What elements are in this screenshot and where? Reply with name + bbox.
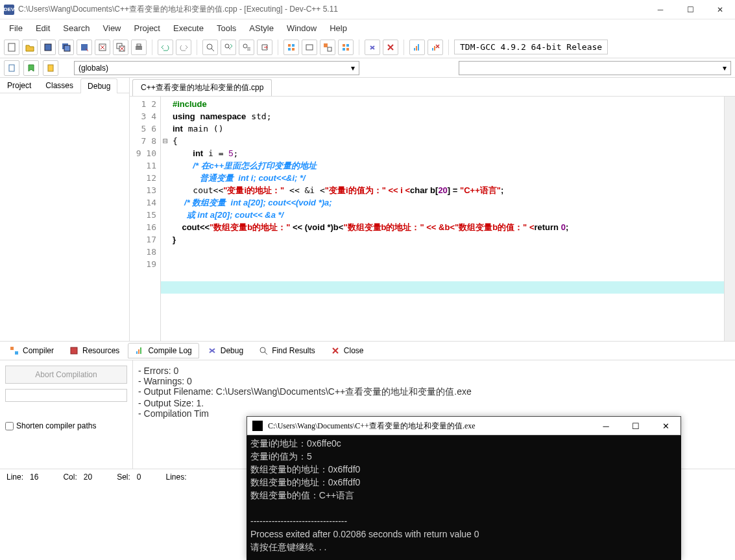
svg-rect-29 <box>9 65 14 71</box>
sidebar: Project Classes Debug <box>0 78 130 341</box>
menu-tools[interactable]: Tools <box>211 21 241 35</box>
svg-rect-16 <box>292 48 295 51</box>
svg-rect-9 <box>137 44 141 46</box>
svg-rect-18 <box>324 43 328 47</box>
new-file-icon[interactable] <box>4 40 19 55</box>
scope-dropdown[interactable]: ▾ <box>459 61 731 75</box>
stop-debug-icon[interactable] <box>383 40 398 55</box>
menubar: File Edit Search View Project Execute To… <box>0 19 735 36</box>
maximize-button[interactable]: ☐ <box>675 0 705 19</box>
menu-project[interactable]: Project <box>129 21 165 35</box>
btab-compiler[interactable]: Compiler <box>3 343 61 358</box>
close-button[interactable]: ✕ <box>705 0 735 19</box>
app-icon: DEV <box>4 5 14 15</box>
menu-execute[interactable]: Execute <box>168 21 209 35</box>
svg-rect-20 <box>343 44 345 47</box>
menu-window[interactable]: Window <box>282 21 322 35</box>
save-as-icon[interactable] <box>77 40 92 55</box>
menu-file[interactable]: File <box>4 21 28 35</box>
console-minimize-button[interactable]: ─ <box>591 416 621 436</box>
undo-icon[interactable] <box>158 40 173 55</box>
toggle-bookmark-icon[interactable] <box>43 60 58 76</box>
svg-rect-8 <box>136 46 142 50</box>
shorten-paths-checkbox[interactable]: Shorten compiler paths <box>5 421 127 430</box>
svg-rect-3 <box>64 45 70 51</box>
btab-close[interactable]: Close <box>324 343 371 358</box>
bookmark-icon[interactable] <box>4 60 19 76</box>
replace-icon[interactable] <box>221 40 236 55</box>
svg-rect-23 <box>346 48 349 51</box>
menu-search[interactable]: Search <box>58 21 95 35</box>
profile-icon[interactable] <box>409 40 425 55</box>
svg-rect-0 <box>8 43 15 51</box>
progress-bar <box>5 389 127 402</box>
console-maximize-button[interactable]: ☐ <box>621 416 651 436</box>
svg-rect-13 <box>288 44 291 47</box>
svg-rect-24 <box>414 48 415 51</box>
compile-icon[interactable] <box>283 40 299 55</box>
svg-point-10 <box>207 44 212 49</box>
redo-icon[interactable] <box>176 40 191 55</box>
menu-help[interactable]: Help <box>324 21 352 35</box>
minimize-button[interactable]: ─ <box>645 0 675 19</box>
globals-dropdown[interactable]: (globals)▾ <box>74 61 359 75</box>
compiler-profile[interactable]: TDM-GCC 4.9.2 64-bit Release <box>454 40 608 54</box>
find-next-icon[interactable] <box>239 40 254 55</box>
goto-icon[interactable] <box>257 40 272 55</box>
svg-rect-26 <box>418 44 419 51</box>
close-all-icon[interactable] <box>113 40 128 55</box>
tab-project[interactable]: Project <box>0 78 38 93</box>
find-icon[interactable] <box>202 40 218 55</box>
rebuild-icon[interactable] <box>338 40 354 55</box>
menu-edit[interactable]: Edit <box>30 21 55 35</box>
compile-run-icon[interactable] <box>320 40 335 55</box>
svg-rect-32 <box>15 351 18 355</box>
svg-rect-27 <box>432 48 433 51</box>
svg-rect-21 <box>346 44 349 47</box>
btab-resources[interactable]: Resources <box>62 343 127 358</box>
toolbar: TDM-GCC 4.9.2 64-bit Release <box>0 36 735 58</box>
svg-rect-1 <box>45 44 51 51</box>
save-all-icon[interactable] <box>58 40 74 55</box>
menu-view[interactable]: View <box>98 21 127 35</box>
run-icon[interactable] <box>302 40 317 55</box>
titlebar: DEV C:\Users\Wang\Documents\C++查看变量的地址和变… <box>0 0 735 19</box>
window-title: C:\Users\Wang\Documents\C++查看变量的地址和变量的值.… <box>18 4 645 15</box>
console-title-text: C:\Users\Wang\Documents\C++查看变量的地址和变量的值.… <box>268 421 591 432</box>
toolbar2: (globals)▾ ▾ <box>0 58 735 78</box>
save-icon[interactable] <box>40 40 56 55</box>
open-icon[interactable] <box>22 40 38 55</box>
delete-profile-icon[interactable] <box>428 40 443 55</box>
btab-debug[interactable]: Debug <box>200 343 250 358</box>
svg-rect-28 <box>434 46 435 51</box>
svg-rect-31 <box>10 347 14 350</box>
print-icon[interactable] <box>131 40 147 55</box>
console-close-button[interactable]: ✕ <box>651 416 681 436</box>
abort-compilation-button: Abort Compilation <box>5 366 127 384</box>
svg-rect-19 <box>328 47 331 51</box>
svg-point-37 <box>260 347 265 353</box>
svg-rect-22 <box>343 48 345 51</box>
close-file-icon[interactable] <box>95 40 110 55</box>
svg-rect-25 <box>416 46 417 51</box>
svg-rect-33 <box>71 347 77 354</box>
svg-rect-15 <box>288 48 291 51</box>
menu-astyle[interactable]: AStyle <box>244 21 279 35</box>
console-icon <box>252 421 263 431</box>
svg-rect-17 <box>306 45 313 50</box>
btab-compile-log[interactable]: Compile Log <box>128 343 199 358</box>
tab-classes[interactable]: Classes <box>38 78 80 93</box>
goto-bookmark-icon[interactable] <box>23 60 39 76</box>
btab-find-results[interactable]: Find Results <box>252 343 322 358</box>
console-window[interactable]: C:\Users\Wang\Documents\C++查看变量的地址和变量的值.… <box>247 416 681 560</box>
svg-rect-30 <box>48 65 53 71</box>
debug-icon[interactable] <box>365 40 380 55</box>
gutter: 1 2 3 4 5 6 7 8 9 10 11 12 13 14 15 16 1… <box>130 97 161 341</box>
editor-tab[interactable]: C++查看变量的地址和变量的值.cpp <box>132 79 272 96</box>
code-editor[interactable]: #include using namespace std; int main (… <box>161 97 724 341</box>
svg-point-12 <box>243 44 247 48</box>
bottom-tabs: Compiler Resources Compile Log Debug Fin… <box>0 341 735 360</box>
scrollbar[interactable] <box>724 97 735 341</box>
tab-debug[interactable]: Debug <box>80 78 117 93</box>
console-titlebar[interactable]: C:\Users\Wang\Documents\C++查看变量的地址和变量的值.… <box>247 416 681 436</box>
